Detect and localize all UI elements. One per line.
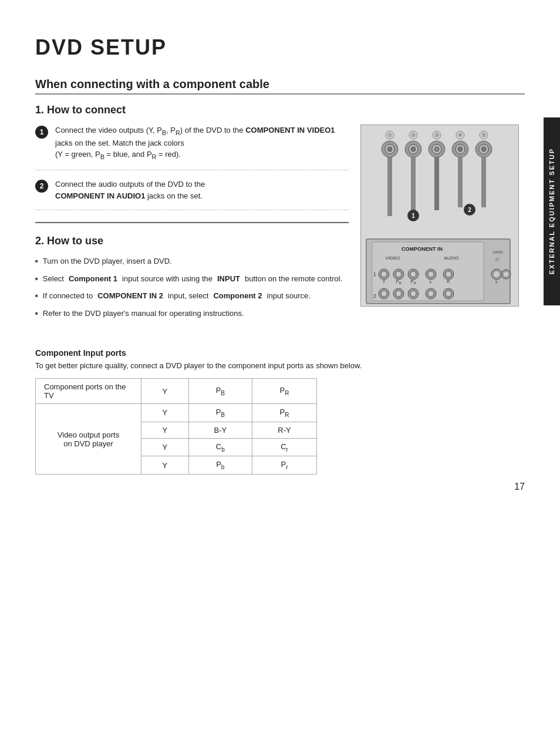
step-2-badge: 2 (35, 180, 48, 193)
svg-point-15 (481, 147, 486, 152)
table-header-label: Component ports on the TV (36, 379, 141, 404)
ports-table: Component ports on the TV Y PB PR Video … (35, 378, 317, 475)
svg-text:②: ② (411, 132, 416, 138)
svg-rect-29 (458, 157, 463, 207)
svg-point-46 (410, 271, 416, 277)
table-cell: Cr (252, 438, 317, 456)
page-number: 17 (514, 482, 525, 492)
svg-point-42 (381, 271, 387, 277)
instructions-col: 1 Connect the video outputs (Y, PB, PR) … (35, 124, 349, 331)
svg-point-9 (434, 147, 439, 152)
step-2-text: Connect the audio outputs of the DVD to … (55, 179, 205, 201)
svg-point-12 (458, 147, 463, 152)
component-ports-title: Component Input ports (35, 348, 525, 358)
svg-point-62 (410, 291, 416, 297)
svg-text:2: 2 (468, 207, 471, 213)
svg-text:COMPONENT IN: COMPONENT IN (402, 246, 443, 252)
svg-text:1: 1 (373, 271, 376, 277)
diagram-col: ① ② ③ ④ ⑤ (360, 124, 525, 331)
two-col-layout: 1 Connect the video outputs (Y, PB, PR) … (35, 124, 525, 331)
how-to-use-list: Turn on the DVD player, insert a DVD. Se… (35, 255, 349, 319)
page-container: EXTERNAL EQUIPMENT SETUP DVD SETUP When … (0, 0, 560, 510)
table-cell: Y (141, 456, 189, 475)
table-header-pr: PR (252, 379, 317, 404)
subsection1-heading: 1. How to connect (35, 104, 525, 116)
component-ports-section: Component Input ports To get better pict… (35, 348, 525, 475)
svg-point-44 (396, 271, 402, 277)
svg-point-66 (446, 291, 451, 297)
svg-point-60 (396, 291, 402, 297)
connection-diagram: ① ② ③ ④ ⑤ (360, 124, 519, 307)
table-cell: Cb (188, 438, 252, 456)
list-item: Refer to the DVD player's manual for ope… (35, 308, 349, 319)
svg-point-48 (428, 271, 434, 277)
table-cell: Y (141, 438, 189, 456)
table-header-y: Y (141, 379, 189, 404)
step-1-badge: 1 (35, 126, 48, 139)
table-video-label: Video output portson DVD player (36, 404, 141, 475)
table-cell: Pb (188, 456, 252, 475)
svg-rect-27 (411, 157, 416, 216)
svg-text:O: O (495, 257, 499, 262)
svg-text:③: ③ (434, 132, 439, 138)
table-cell: Y (141, 404, 189, 422)
svg-text:①: ① (387, 132, 392, 138)
svg-text:L: L (495, 279, 498, 284)
svg-text:L: L (430, 279, 433, 284)
svg-rect-30 (481, 157, 486, 207)
table-header-row: Component ports on the TV Y PB PR (36, 379, 317, 404)
table-cell: R-Y (252, 422, 317, 438)
table-cell: PR (252, 404, 317, 422)
list-item: Turn on the DVD player, insert a DVD. (35, 255, 349, 267)
svg-text:2: 2 (373, 293, 376, 299)
svg-point-6 (411, 147, 416, 152)
sidebar-tab: EXTERNAL EQUIPMENT SETUP (544, 117, 560, 305)
svg-text:VIDEO: VIDEO (386, 255, 400, 261)
section-heading: When connecting with a component cable (35, 78, 525, 95)
svg-rect-26 (387, 157, 392, 216)
svg-point-73 (504, 272, 508, 277)
table-header-pb: PB (188, 379, 252, 404)
svg-text:④: ④ (458, 132, 463, 138)
svg-text:R: R (447, 279, 450, 284)
table-row: Video output portson DVD player Y PB PR (36, 404, 317, 422)
svg-text:1: 1 (411, 213, 415, 219)
section-divider (35, 222, 349, 223)
step-1-text: Connect the video outputs (Y, PB, PR) of… (55, 124, 349, 161)
table-cell: B-Y (188, 422, 252, 438)
list-item: Select Component 1 input source with usi… (35, 273, 349, 285)
svg-text:Y: Y (382, 279, 386, 284)
list-item: If connected to COMPONENT IN 2 input, se… (35, 290, 349, 302)
svg-text:AUDIO: AUDIO (444, 255, 458, 261)
svg-rect-28 (434, 157, 439, 210)
table-cell: Y (141, 422, 189, 438)
svg-point-3 (387, 147, 392, 152)
component-ports-subtitle: To get better picture quality, connect a… (35, 361, 525, 370)
svg-text:VARI: VARI (492, 250, 503, 255)
step-1: 1 Connect the video outputs (Y, PB, PR) … (35, 124, 349, 170)
sidebar-tab-label: EXTERNAL EQUIPMENT SETUP (548, 148, 555, 274)
table-cell: Pr (252, 456, 317, 475)
svg-point-50 (446, 271, 451, 277)
subsection2-heading: 2. How to use (35, 235, 349, 247)
svg-point-70 (494, 271, 500, 277)
page-title: DVD SETUP (35, 35, 525, 60)
svg-point-58 (381, 291, 387, 297)
svg-text:⑤: ⑤ (481, 132, 486, 138)
table-cell: PB (188, 404, 252, 422)
step-2: 2 Connect the audio outputs of the DVD t… (35, 179, 349, 210)
svg-point-64 (428, 291, 434, 297)
